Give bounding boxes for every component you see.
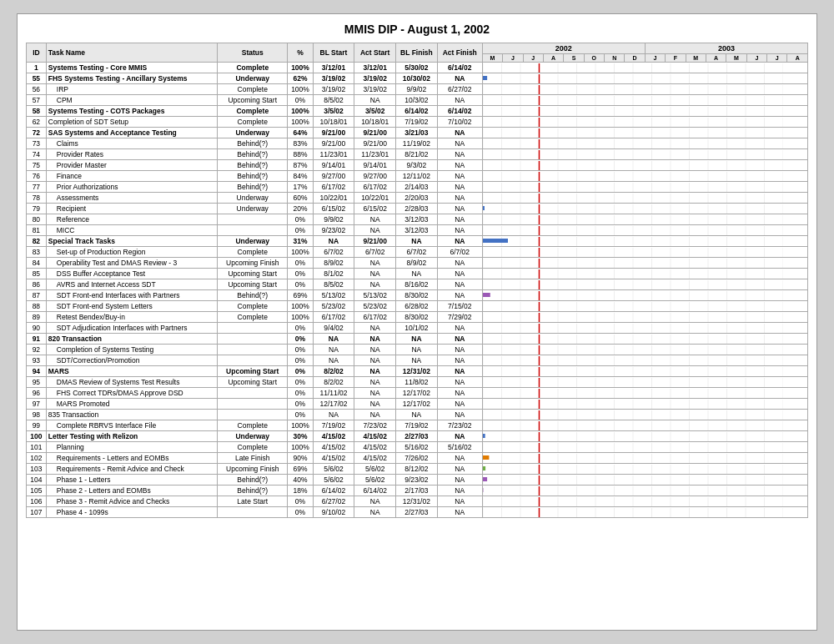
row-chart bbox=[482, 247, 807, 258]
row-act-start: 10/18/01 bbox=[354, 117, 396, 128]
row-pct: 30% bbox=[288, 431, 313, 442]
row-task-name: SDT Front-end Interfaces with Partners bbox=[46, 290, 217, 301]
row-id: 92 bbox=[27, 345, 47, 355]
row-id: 55 bbox=[27, 73, 47, 84]
row-act-start: 4/15/02 bbox=[354, 453, 396, 464]
row-bl-finish: 2/27/03 bbox=[396, 431, 438, 442]
row-id: 62 bbox=[27, 117, 47, 128]
row-task-name: Systems Testing - COTS Packages bbox=[46, 106, 217, 117]
row-act-finish: NA bbox=[437, 453, 482, 464]
row-bl-start: 8/9/02 bbox=[313, 258, 354, 269]
row-pct: 0% bbox=[288, 258, 313, 269]
row-task-name: MARS Promoted bbox=[46, 399, 217, 410]
row-pct: 0% bbox=[288, 410, 313, 420]
table-row: 76FinanceBehind(?)84%9/27/009/27/0012/11… bbox=[27, 171, 808, 182]
table-row: 102Requirements - Letters and EOMBsLate … bbox=[27, 453, 808, 464]
table-row: 105Phase 2 - Letters and EOMBsBehind(?)1… bbox=[27, 486, 808, 496]
row-act-start: NA bbox=[354, 507, 396, 518]
row-pct: 40% bbox=[288, 475, 313, 486]
row-bl-start: 9/23/02 bbox=[313, 225, 354, 236]
row-act-finish: NA bbox=[437, 399, 482, 410]
row-act-finish: NA bbox=[437, 366, 482, 377]
row-pct: 0% bbox=[288, 334, 313, 345]
row-chart bbox=[482, 507, 807, 518]
row-id: 96 bbox=[27, 388, 47, 399]
row-status: Underway bbox=[218, 236, 288, 247]
svg-rect-599 bbox=[483, 434, 485, 438]
row-bl-finish: 8/30/02 bbox=[396, 290, 438, 301]
header-blfinish: BL Finish bbox=[396, 43, 438, 63]
row-pct: 0% bbox=[288, 507, 313, 518]
row-id: 95 bbox=[27, 377, 47, 388]
row-pct: 0% bbox=[288, 388, 313, 399]
table-row: 93SDT/Correction/Promotion0%NANANANA bbox=[27, 355, 808, 366]
row-task-name: Letter Testing with Relizon bbox=[46, 431, 217, 442]
row-bl-start: NA bbox=[313, 236, 354, 247]
row-id: 106 bbox=[27, 496, 47, 507]
month-2003-J3: J bbox=[767, 54, 787, 63]
row-pct: 0% bbox=[288, 269, 313, 279]
row-id: 93 bbox=[27, 355, 47, 366]
row-chart bbox=[482, 258, 807, 269]
table-row: 92Completion of Systems Testing0%NANANAN… bbox=[27, 345, 808, 355]
row-chart bbox=[482, 486, 807, 496]
row-pct: 0% bbox=[288, 345, 313, 355]
row-act-start: NA bbox=[354, 377, 396, 388]
row-task-name: Systems Testing - Core MMIS bbox=[46, 63, 217, 73]
row-chart bbox=[482, 290, 807, 301]
table-row: 82Special Track TasksUnderway31%NA9/21/0… bbox=[27, 236, 808, 247]
row-status: Upcoming Start bbox=[218, 377, 288, 388]
row-act-finish: NA bbox=[437, 475, 482, 486]
row-bl-start: 6/14/02 bbox=[313, 486, 354, 496]
row-chart bbox=[482, 214, 807, 225]
row-act-finish: NA bbox=[437, 95, 482, 106]
row-bl-start: 9/27/00 bbox=[313, 171, 354, 182]
table-row: 87SDT Front-end Interfaces with Partners… bbox=[27, 290, 808, 301]
row-chart bbox=[482, 225, 807, 236]
row-bl-finish: 5/16/02 bbox=[396, 442, 438, 453]
row-act-finish: NA bbox=[437, 345, 482, 355]
row-chart bbox=[482, 149, 807, 160]
row-act-start: 4/15/02 bbox=[354, 431, 396, 442]
row-pct: 100% bbox=[288, 301, 313, 312]
header-years-row: ID Task Name Status % BL Start Act Start… bbox=[27, 43, 808, 54]
table-row: 58Systems Testing - COTS PackagesComplet… bbox=[27, 106, 808, 117]
row-act-finish: NA bbox=[437, 355, 482, 366]
row-bl-start: 11/11/02 bbox=[313, 388, 354, 399]
row-pct: 0% bbox=[288, 496, 313, 507]
gantt-container: ID Task Name Status % BL Start Act Start… bbox=[26, 43, 808, 518]
row-bl-finish: 9/23/02 bbox=[396, 475, 438, 486]
row-id: 80 bbox=[27, 214, 47, 225]
row-act-start: NA bbox=[354, 214, 396, 225]
row-bl-finish: 9/3/02 bbox=[396, 160, 438, 171]
row-act-start: NA bbox=[354, 269, 396, 279]
row-bl-start: 6/27/02 bbox=[313, 496, 354, 507]
row-status bbox=[218, 214, 288, 225]
row-chart bbox=[482, 204, 807, 214]
row-act-start: 6/14/02 bbox=[354, 486, 396, 496]
row-bl-finish: NA bbox=[396, 410, 438, 420]
row-task-name: Requirements - Letters and EOMBs bbox=[46, 453, 217, 464]
row-chart bbox=[482, 301, 807, 312]
row-chart bbox=[482, 106, 807, 117]
row-status: Complete bbox=[218, 84, 288, 95]
row-pct: 100% bbox=[288, 84, 313, 95]
row-act-start: 5/6/02 bbox=[354, 464, 396, 475]
row-bl-start: 4/15/02 bbox=[313, 453, 354, 464]
row-bl-start: 5/23/02 bbox=[313, 301, 354, 312]
row-act-start: 3/19/02 bbox=[354, 73, 396, 84]
row-chart bbox=[482, 399, 807, 410]
row-bl-start: 11/23/01 bbox=[313, 149, 354, 160]
row-bl-finish: 8/12/02 bbox=[396, 464, 438, 475]
row-id: 56 bbox=[27, 84, 47, 95]
row-bl-finish: 3/12/03 bbox=[396, 214, 438, 225]
row-chart bbox=[482, 84, 807, 95]
row-id: 77 bbox=[27, 182, 47, 193]
row-act-start: NA bbox=[354, 258, 396, 269]
table-row: 106Phase 3 - Remit Advice and ChecksLate… bbox=[27, 496, 808, 507]
row-bl-finish: NA bbox=[396, 355, 438, 366]
row-pct: 20% bbox=[288, 204, 313, 214]
table-row: 73ClaimsBehind(?)83%9/21/009/21/0011/19/… bbox=[27, 138, 808, 149]
row-act-finish: 7/29/02 bbox=[437, 312, 482, 323]
row-bl-start: NA bbox=[313, 345, 354, 355]
